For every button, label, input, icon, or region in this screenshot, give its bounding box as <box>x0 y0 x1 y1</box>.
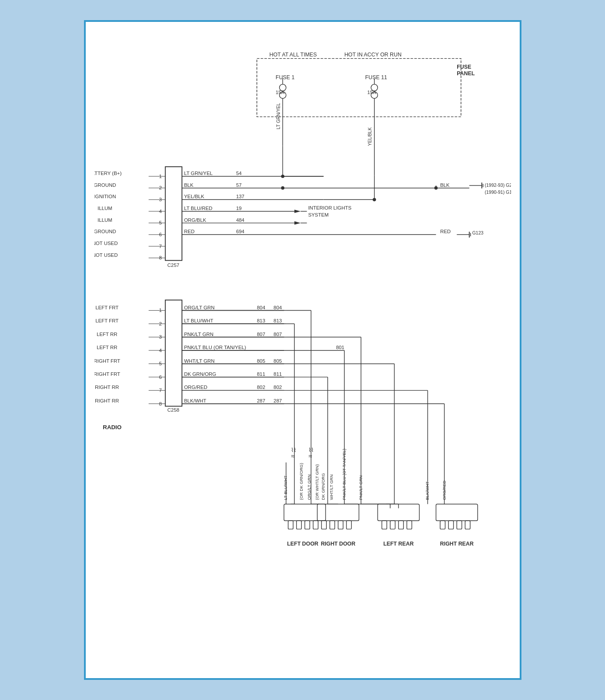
func-ground1: GROUND <box>94 182 116 188</box>
wire-orgblk: ORG/BLK <box>184 217 206 223</box>
func-rightfrt1: RIGHT FRT <box>94 358 120 364</box>
c258-pin6: 6 <box>159 374 161 380</box>
func-rightrr1: RIGHT RR <box>95 385 119 390</box>
wire-whtltgrn: WHT/LT GRN <box>184 358 214 364</box>
diagram-container: HOT AT ALL TIMES HOT IN ACCY OR RUN FUSE… <box>94 31 511 669</box>
wire-orgred: ORG/RED <box>184 385 207 390</box>
circuit-813: 813 <box>273 318 282 323</box>
outer-border: HOT AT ALL TIMES HOT IN ACCY OR RUN FUSE… <box>84 20 521 680</box>
c258-pin8: 8 <box>159 401 161 406</box>
leftdoor-wire2-label: (OR DK GRN/ORG) <box>299 463 304 500</box>
circ802b: 802 <box>257 385 265 390</box>
func-rightrr2: RIGHT RR <box>95 398 119 403</box>
right-door-label: RIGHT DOOR <box>321 541 355 547</box>
c258-pin5: 5 <box>159 361 161 366</box>
func-battery: BATTERY (B+) <box>94 171 122 176</box>
circuit-57: 57 <box>236 182 241 188</box>
hot-all-times-label: HOT AT ALL TIMES <box>269 52 317 58</box>
wire-red: RED <box>184 229 194 234</box>
fuse1-label: FUSE 1 <box>276 74 294 80</box>
func-leftfrt1: LEFT FRT <box>95 305 119 310</box>
pin1-num: 1 <box>159 174 161 179</box>
left-rear-label: LEFT REAR <box>383 541 413 547</box>
circuit-694: 694 <box>236 229 245 234</box>
func-notused1: NOT USED <box>94 241 118 246</box>
interior-lights-label1: INTERIOR LIGHTS <box>308 205 351 210</box>
pin7-num: 7 <box>159 244 161 249</box>
func-notused2: NOT USED <box>94 252 118 258</box>
lt-grn-yel-wire-label: LT GRN/YEL <box>276 103 280 129</box>
wire-orgltgrn: ORG/LT GRN <box>184 305 214 310</box>
wire-pnkltgrn: PNK/LT GRN <box>184 332 213 337</box>
pin8-num: 8 <box>159 255 161 260</box>
fuse1-amp: 15A <box>276 90 285 95</box>
circuit-19: 19 <box>236 206 241 211</box>
hot-accy-run-label: HOT IN ACCY OR RUN <box>344 52 402 58</box>
svg-point-34 <box>281 186 284 190</box>
circ813b: 813 <box>257 318 265 323</box>
wire-ltgrnyel: LT GRN/YEL <box>184 171 213 176</box>
circuit-811: 811 <box>273 371 282 377</box>
func-leftfrt2: LEFT FRT <box>95 318 119 323</box>
leftdoor-wire1-label: LT BLU/WHT <box>283 476 287 500</box>
func-illum2: ILLUM <box>97 217 112 223</box>
circuit-287: 287 <box>273 398 282 403</box>
wire-dkgrnorg: DK GRN/ORG <box>184 371 216 377</box>
wire-blk: BLK <box>184 182 193 188</box>
circuit-804: 804 <box>273 305 282 310</box>
pin4-num: 4 <box>159 209 162 214</box>
c257-label: C257 <box>167 262 179 268</box>
circuit-137: 137 <box>236 194 244 199</box>
wire-pnkltblu: PNK/LT BLU (OR TAN/YEL) <box>184 345 246 350</box>
svg-rect-73 <box>284 304 442 462</box>
circuit-805: 805 <box>273 358 282 364</box>
circ807b: 807 <box>257 332 265 337</box>
leftdoor-wire4-label: (OR WHT/LT GRN) <box>315 464 319 500</box>
circuit-54: 54 <box>236 171 241 176</box>
pin5-num: 5 <box>159 220 161 225</box>
wiring-diagram-svg: HOT AT ALL TIMES HOT IN ACCY OR RUN FUSE… <box>94 31 511 669</box>
crossmark1: ⌇⌇ <box>291 447 296 453</box>
fuse11-label: FUSE 11 <box>365 74 387 80</box>
circ801b: 801 <box>336 345 344 350</box>
circuit-807: 807 <box>273 332 282 337</box>
c258-pin3: 3 <box>159 334 161 340</box>
func-ground2: GROUND <box>94 229 116 234</box>
wire-ltbluwht: LT BLU/WHT <box>184 318 213 323</box>
circuit-484: 484 <box>236 217 245 223</box>
leftrear-wire1-label: PNK/LT BLU (OT TAN/YEL) <box>342 449 346 500</box>
c258-pin7: 7 <box>159 388 161 393</box>
yel-blk-wire-label: YEL/BLK <box>367 127 372 146</box>
fuse-panel-label: FUSE <box>457 64 471 70</box>
c258-pin2: 2 <box>159 321 161 326</box>
rightrear-wire1-label: BLK/WHT <box>425 481 430 500</box>
func-leftrr1: LEFT RR <box>96 332 117 337</box>
wire-yelblk: YEL/BLK <box>184 194 204 199</box>
circ804b: 804 <box>257 305 266 310</box>
radio-label: RADIO <box>103 424 122 430</box>
c258-pin4: 4 <box>159 348 162 353</box>
interior-lights-label2: SYSTEM <box>308 212 329 217</box>
leftrear-wire2-label: PNK/LT GRN <box>358 475 363 500</box>
g100-label: (1990-91) G100 <box>485 190 511 195</box>
blk-label-right: BLK <box>440 182 450 188</box>
wire-ltblured: LT BLU/RED <box>184 206 212 211</box>
circ811b: 811 <box>257 371 265 377</box>
fuse11-amp: 15A <box>367 90 376 95</box>
left-door-label: LEFT DOOR <box>287 541 318 547</box>
g123-label: G123 <box>472 231 483 235</box>
rightdoor-wire1-label: DK GRN/ORG <box>321 473 325 500</box>
func-rightfrt2: RIGHT FRT <box>94 371 120 377</box>
rightrear-wire2-label: ORG/RED <box>441 480 446 500</box>
red-label-right: RED <box>440 229 451 234</box>
rightdoor-wire2-label: WHT/LT GRN <box>329 474 333 500</box>
g200-label: (1992-93) G200 <box>485 183 511 188</box>
crossmark2: ⌇⌇ <box>308 447 314 453</box>
circuit-802: 802 <box>273 385 282 390</box>
func-illum1: ILLUM <box>97 206 112 211</box>
wire-blkwht: BLK/WHT <box>184 398 206 403</box>
pin2-num: 2 <box>159 185 161 190</box>
c258-label: C258 <box>167 407 179 413</box>
circ287b: 287 <box>257 398 265 403</box>
pin3-num: 3 <box>159 197 161 202</box>
